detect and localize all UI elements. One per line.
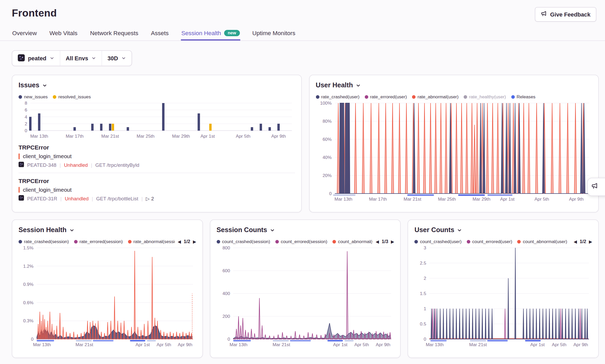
session-counts-panel: Session Counts count_crashed(session)cou…: [210, 220, 401, 358]
svg-text:0: 0: [31, 336, 34, 342]
svg-text:Mar 21st: Mar 21st: [272, 342, 290, 347]
session-health-chart: 00.3%0.6%0.9%1.2%1.5%Mar 13thMar 21stApr…: [19, 245, 196, 349]
legend-item[interactable]: count_errored(user): [467, 239, 512, 244]
session-counts-panel-title: Session Counts: [216, 226, 267, 234]
issue-title-link[interactable]: TRPCError: [19, 178, 295, 184]
legend-item[interactable]: count_crashed(session): [216, 239, 270, 244]
svg-text:800: 800: [222, 245, 230, 250]
legend-next-arrow[interactable]: ▶: [193, 239, 196, 244]
svg-text:40%: 40%: [322, 155, 332, 160]
series-color-dot: [412, 95, 416, 99]
tab-label: Network Requests: [90, 30, 138, 36]
divider: |: [141, 196, 143, 201]
chevron-down-icon: [50, 56, 54, 61]
svg-text:100%: 100%: [320, 101, 331, 106]
user-counts-panel: User Counts count_crashed(user)count_err…: [408, 220, 599, 358]
legend-item[interactable]: rate_crashed(user): [316, 94, 359, 99]
svg-text:80%: 80%: [322, 119, 332, 124]
legend-next-arrow[interactable]: ▶: [589, 239, 592, 244]
legend-item[interactable]: count_crashed(user): [414, 239, 461, 244]
svg-text:Apr 9th: Apr 9th: [573, 342, 588, 347]
tab-session-health[interactable]: Session Healthnew: [181, 26, 240, 41]
legend-item[interactable]: new_issues: [19, 94, 48, 99]
svg-text:Mar 21st: Mar 21st: [101, 133, 119, 139]
panel-collapse-icon[interactable]: [457, 228, 462, 233]
give-feedback-label: Give Feedback: [550, 11, 591, 18]
legend-prev-arrow[interactable]: ◀: [178, 239, 181, 244]
give-feedback-button[interactable]: Give Feedback: [535, 7, 596, 22]
legend-item[interactable]: rate_abnormal(session): [128, 239, 175, 244]
legend-item[interactable]: rate_errored(session): [74, 239, 123, 244]
environment-selector[interactable]: All Envs: [60, 51, 102, 66]
legend-prev-arrow[interactable]: ◀: [376, 239, 379, 244]
series-color-dot: [332, 240, 336, 243]
new-feature-badge: new: [224, 30, 240, 36]
tab-bar: OverviewWeb VitalsNetwork RequestsAssets…: [0, 26, 605, 41]
issues-bar-chart: 02468Mar 13thMar 17thMar 21stMar 25thMar…: [19, 101, 295, 140]
legend-item[interactable]: Releases: [511, 94, 535, 99]
series-color-dot: [216, 240, 220, 243]
series-color-dot: [511, 95, 515, 99]
user-health-chart: 020%40%60%80%100%Mar 13thMar 17thMar 21s…: [316, 101, 592, 203]
replay-count: ▷2: [146, 196, 154, 202]
legend-item[interactable]: rate_errored(user): [364, 94, 407, 99]
panel-collapse-icon[interactable]: [42, 83, 47, 88]
panel-collapse-icon[interactable]: [356, 83, 361, 88]
svg-text:Apr 9th: Apr 9th: [271, 133, 286, 139]
session-health-legend: rate_crashed(session)rate_errored(sessio…: [19, 239, 175, 244]
legend-label: rate_crashed(user): [321, 94, 359, 99]
series-color-dot: [464, 95, 467, 99]
svg-text:Apr 1st: Apr 1st: [333, 342, 347, 347]
svg-text:1.2%: 1.2%: [23, 264, 33, 269]
series-color-dot: [414, 240, 418, 243]
issue-short-id: PEATED-348: [27, 162, 56, 168]
panel-collapse-icon[interactable]: [270, 228, 275, 233]
legend-next-arrow[interactable]: ▶: [391, 239, 394, 244]
legend-label: rate_healthy(user): [469, 94, 506, 99]
tab-label: Session Health: [181, 30, 221, 36]
legend-item[interactable]: count_abnormal(session): [332, 239, 373, 244]
divider: [19, 173, 295, 173]
svg-text:Mar 25th: Mar 25th: [137, 133, 154, 139]
svg-text:Apr 1st: Apr 1st: [135, 342, 150, 347]
legend-label: count_crashed(session): [222, 239, 270, 244]
project-selector[interactable]: peated: [12, 51, 60, 66]
legend-item[interactable]: resolved_issues: [53, 94, 91, 99]
svg-text:Mar 13th: Mar 13th: [426, 342, 444, 347]
legend-label: rate_abnormal(session): [133, 239, 175, 244]
legend-page-indicator: 1/2: [580, 239, 586, 244]
tab-uptime-monitors[interactable]: Uptime Monitors: [252, 26, 296, 41]
svg-text:600: 600: [222, 268, 230, 273]
tab-overview[interactable]: Overview: [12, 26, 37, 41]
legend-prev-arrow[interactable]: ◀: [574, 239, 577, 244]
svg-text:Apr 1st: Apr 1st: [500, 196, 514, 202]
svg-text:400: 400: [222, 291, 230, 296]
legend-label: rate_abnormal(user): [418, 94, 458, 99]
issues-list: TRPCErrorclient_login_timeoutPEATED-348|…: [19, 144, 295, 202]
series-color-dot: [364, 95, 368, 99]
legend-label: resolved_issues: [58, 94, 91, 99]
user-health-panel-title: User Health: [316, 82, 353, 89]
legend-item[interactable]: count_errored(session): [275, 239, 327, 244]
session-health-panel-title: Session Health: [19, 226, 67, 234]
panel-collapse-icon[interactable]: [69, 228, 75, 233]
legend-item[interactable]: rate_abnormal(user): [412, 94, 458, 99]
legend-item[interactable]: count_abnormal(user): [517, 239, 567, 244]
tab-web-vitals[interactable]: Web Vitals: [49, 26, 78, 41]
issue-title-link[interactable]: TRPCError: [19, 144, 295, 151]
legend-item[interactable]: rate_healthy(user): [464, 94, 506, 99]
legend-pagination: ◀ 1/3 ▶: [376, 239, 394, 244]
page-title: Frontend: [12, 7, 57, 19]
legend-item[interactable]: rate_crashed(session): [19, 239, 69, 244]
date-range-selector[interactable]: 30D: [102, 51, 131, 66]
tab-assets[interactable]: Assets: [150, 26, 169, 41]
megaphone-icon: [591, 183, 598, 191]
floating-feedback-button[interactable]: [587, 178, 605, 196]
issue-endpoint: GET /trpc/entityById: [95, 162, 139, 168]
legend-label: Releases: [517, 94, 535, 99]
legend-label: rate_errored(session): [80, 239, 123, 244]
svg-text:Apr 5th: Apr 5th: [236, 133, 251, 139]
tab-network-requests[interactable]: Network Requests: [90, 26, 139, 41]
page-filter-bar: peated All Envs 30D: [12, 50, 132, 66]
svg-text:0: 0: [329, 191, 332, 196]
